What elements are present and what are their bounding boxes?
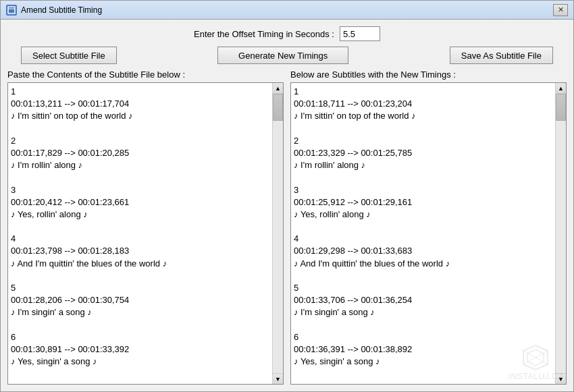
watermark: INSTALUJ.CZ	[508, 344, 563, 381]
close-button[interactable]: ✕	[553, 4, 568, 16]
save-subtitle-button[interactable]: Save As Subtitle File	[450, 47, 553, 64]
left-panel-label: Paste the Contents of the Subtitle File …	[7, 69, 284, 80]
right-text-area-container: 1 00:01:18,711 --> 00:01:23,204 ♪ I'm si…	[290, 82, 567, 385]
right-text-content[interactable]: 1 00:01:18,711 --> 00:01:23,204 ♪ I'm si…	[291, 83, 555, 384]
left-scrollbar: ▲ ▼	[272, 83, 283, 384]
generate-timings-button[interactable]: Generate New Timings	[217, 47, 348, 64]
right-panel: Below are Subtitles with the New Timings…	[290, 69, 567, 385]
offset-row: Enter the Offset Timing in Seconds :	[7, 26, 567, 41]
title-bar: Amend Subtitle Timing ✕	[1, 1, 573, 20]
watermark-icon	[522, 344, 549, 371]
left-scroll-track[interactable]	[273, 94, 283, 373]
button-row: Select Subtitle File Generate New Timing…	[7, 47, 567, 64]
left-scroll-up[interactable]: ▲	[273, 83, 283, 94]
panels-container: Paste the Contents of the Subtitle File …	[7, 69, 567, 385]
left-text-area-container: 1 00:01:13,211 --> 00:01:17,704 ♪ I'm si…	[7, 82, 284, 385]
offset-label: Enter the Offset Timing in Seconds :	[194, 29, 334, 39]
watermark-text: INSTALUJ.CZ	[508, 371, 563, 381]
right-scrollbar: ▲ ▼	[555, 83, 566, 384]
right-panel-label: Below are Subtitles with the New Timings…	[290, 69, 567, 80]
app-icon	[6, 5, 17, 16]
content-area: Enter the Offset Timing in Seconds : Sel…	[1, 20, 573, 391]
right-scroll-up[interactable]: ▲	[556, 83, 566, 94]
right-scroll-thumb[interactable]	[556, 94, 566, 121]
left-scroll-down[interactable]: ▼	[273, 373, 283, 384]
left-panel: Paste the Contents of the Subtitle File …	[7, 69, 284, 385]
select-subtitle-button[interactable]: Select Subtitle File	[21, 47, 117, 64]
right-scroll-track[interactable]	[556, 94, 566, 373]
title-bar-left: Amend Subtitle Timing	[6, 5, 102, 16]
main-window: Amend Subtitle Timing ✕ Enter the Offset…	[0, 0, 574, 392]
title-bar-controls: ✕	[553, 4, 568, 16]
svg-rect-0	[8, 7, 15, 13]
offset-input[interactable]	[340, 26, 380, 41]
left-text-content[interactable]: 1 00:01:13,211 --> 00:01:17,704 ♪ I'm si…	[8, 83, 272, 384]
left-scroll-thumb[interactable]	[273, 94, 283, 121]
window-title: Amend Subtitle Timing	[21, 5, 102, 15]
